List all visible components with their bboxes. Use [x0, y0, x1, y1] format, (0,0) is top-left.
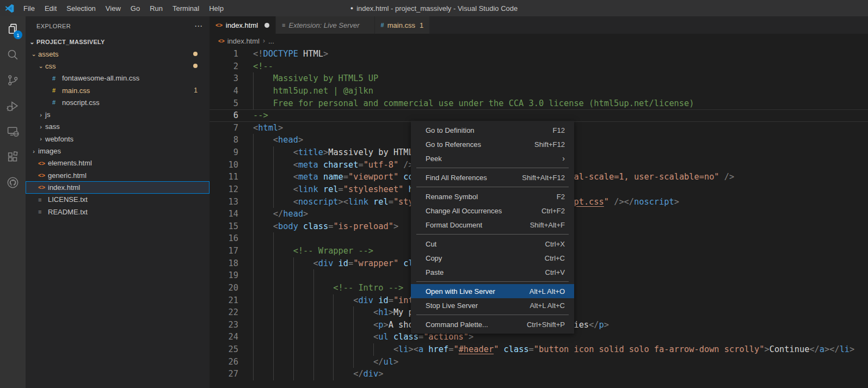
tree-folder-images[interactable]: ›images	[26, 145, 210, 157]
token: ul	[378, 332, 388, 342]
indent-guide	[333, 368, 334, 380]
tree-folder-css[interactable]: ⌄css	[26, 60, 210, 72]
explorer-sidebar: EXPLORER ⋯ ⌄ PROJECT_MASSIVELY ⌄assets⌄c…	[26, 16, 210, 388]
activity-remote-explorer-icon[interactable]	[0, 119, 26, 144]
code-line[interactable]: 25<li><a href="#header" class="button ic…	[210, 343, 868, 356]
explorer-more-actions-icon[interactable]: ⋯	[194, 21, 203, 31]
token: id	[373, 295, 389, 305]
tree-file-noscript-css[interactable]: #noscript.css	[26, 96, 210, 108]
menubar-item-view[interactable]: View	[101, 0, 126, 16]
token: <	[373, 307, 378, 317]
activity-source-control-icon[interactable]	[0, 67, 26, 93]
breadcrumb-more[interactable]: ...	[268, 37, 274, 45]
token: =	[389, 197, 393, 207]
token: div	[318, 258, 334, 268]
indent-guide	[373, 343, 374, 356]
line-number: 9	[210, 146, 238, 159]
line-number: 23	[210, 319, 238, 331]
menubar-item-file[interactable]: File	[19, 0, 40, 16]
text-file-icon: ≡	[29, 208, 48, 215]
context-menu-item-copy[interactable]: CopyCtrl+C	[411, 251, 574, 265]
menubar-item-help[interactable]: Help	[204, 0, 229, 16]
menubar-item-edit[interactable]: Edit	[40, 0, 61, 16]
token: ><	[338, 197, 348, 207]
context-menu-item-go-to-definition[interactable]: Go to DefinitionF12	[411, 123, 574, 137]
menu-item-shortcut: Ctrl+F2	[541, 207, 565, 215]
context-menu-item-command-palette-[interactable]: Command Palette...Ctrl+Shift+P	[411, 317, 574, 331]
tree-file-main-css[interactable]: #main.css1	[26, 84, 210, 96]
context-menu-item-paste[interactable]: PasteCtrl+V	[411, 265, 574, 279]
tree-folder-sass[interactable]: ›sass	[26, 121, 210, 133]
code-line[interactable]: 5Free for personal and commercial use un…	[210, 97, 868, 110]
menu-item-shortcut: Shift+Alt+F	[530, 221, 565, 229]
menubar-item-selection[interactable]: Selection	[61, 0, 100, 16]
tree-file-README-txt[interactable]: ≡README.txt	[26, 206, 210, 218]
code-line[interactable]: 1<!DOCTYPE HTML>	[210, 48, 868, 60]
token: >	[393, 357, 398, 367]
menubar-item-go[interactable]: Go	[126, 0, 145, 16]
activity-search-icon[interactable]	[0, 42, 26, 67]
token: >	[383, 320, 388, 330]
code-line[interactable]: 26</ul>	[210, 356, 868, 368]
menu-separator	[416, 168, 569, 168]
context-menu-item-rename-symbol[interactable]: Rename SymbolF2	[411, 189, 574, 204]
token: "wrapper"	[353, 258, 398, 268]
indent-guide	[293, 257, 294, 270]
code-line[interactable]: 2<!--	[210, 60, 868, 73]
token: /></	[609, 197, 634, 207]
token: </	[273, 209, 283, 219]
tree-folder-webfonts[interactable]: ›webfonts	[26, 133, 210, 145]
tab-index-html[interactable]: <>index.html	[210, 16, 275, 34]
context-menu-item-find-all-references[interactable]: Find All ReferencesShift+Alt+F12	[411, 170, 574, 184]
tree-folder-js[interactable]: ›js	[26, 108, 210, 120]
context-menu-item-cut[interactable]: CutCtrl+X	[411, 237, 574, 251]
chevron-down-icon: ⌄	[29, 51, 38, 58]
tree-file-generic-html[interactable]: <>generic.html	[26, 169, 210, 181]
code-line[interactable]: 4html5up.net | @ajlkn	[210, 85, 868, 97]
context-menu-item-change-all-occurrences[interactable]: Change All OccurrencesCtrl+F2	[411, 204, 574, 218]
context-menu-item-format-document[interactable]: Format DocumentShift+Alt+F	[411, 218, 574, 232]
context-menu-item-go-to-references[interactable]: Go to ReferencesShift+F12	[411, 137, 574, 151]
workspace-root-folder[interactable]: ⌄ PROJECT_MASSIVELY	[26, 36, 210, 48]
explorer-header: EXPLORER	[36, 23, 194, 29]
code-line[interactable]: 6-->	[210, 109, 868, 122]
tree-file-index-html[interactable]: <>index.html	[26, 181, 210, 193]
tab-extension-live-server[interactable]: ≡Extension: Live Server	[276, 16, 374, 34]
activity-run-debug-icon[interactable]	[0, 93, 26, 119]
tree-file-elements-html[interactable]: <>elements.html	[26, 157, 210, 169]
indent-guide	[293, 294, 294, 307]
line-number: 13	[210, 196, 238, 208]
code-line[interactable]: 27</div>	[210, 368, 868, 380]
menu-item-label: Find All References	[426, 174, 522, 182]
tree-file-LICENSE-txt[interactable]: ≡LICENSE.txt	[26, 194, 210, 206]
tab-main-css[interactable]: #main.css1	[375, 16, 430, 34]
token: </	[589, 320, 599, 330]
menubar-item-run[interactable]: Run	[145, 0, 168, 16]
activity-github-icon[interactable]	[0, 170, 26, 195]
menu-item-label: Cut	[426, 240, 545, 248]
token: =	[328, 221, 333, 231]
code-line-content: Massively by HTML5 UP	[253, 72, 378, 85]
breadcrumb[interactable]: <> index.html › ...	[210, 34, 868, 48]
menu-item-shortcut: Ctrl+C	[545, 254, 565, 262]
activity-explorer-icon[interactable]: 1	[0, 16, 26, 42]
token: "actions"	[423, 332, 469, 342]
tree-folder-assets[interactable]: ⌄assets	[26, 48, 210, 60]
token: id	[333, 258, 348, 268]
token: title	[298, 147, 323, 157]
indent-guide	[313, 343, 314, 356]
context-menu-item-open-with-live-server[interactable]: Open with Live ServerAlt+L Alt+O	[411, 284, 574, 298]
code-line[interactable]: 3Massively by HTML5 UP	[210, 72, 868, 85]
context-menu-item-peek[interactable]: Peek›	[411, 151, 574, 165]
indent-guide	[313, 294, 314, 307]
menubar-item-terminal[interactable]: Terminal	[168, 0, 204, 16]
context-menu-item-stop-live-server[interactable]: Stop Live ServerAlt+L Alt+C	[411, 298, 574, 312]
code-line-content: <head>	[253, 134, 303, 146]
breadcrumb-file[interactable]: index.html	[227, 37, 260, 45]
dirty-dot-icon: ●	[350, 5, 353, 11]
token: name	[318, 172, 343, 182]
line-number: 5	[210, 97, 238, 110]
tree-file-fontawesome-all-min-css[interactable]: #fontawesome-all.min.css	[26, 72, 210, 84]
activity-extensions-icon[interactable]	[0, 144, 26, 170]
tree-item-label: noscript.css	[62, 98, 100, 107]
